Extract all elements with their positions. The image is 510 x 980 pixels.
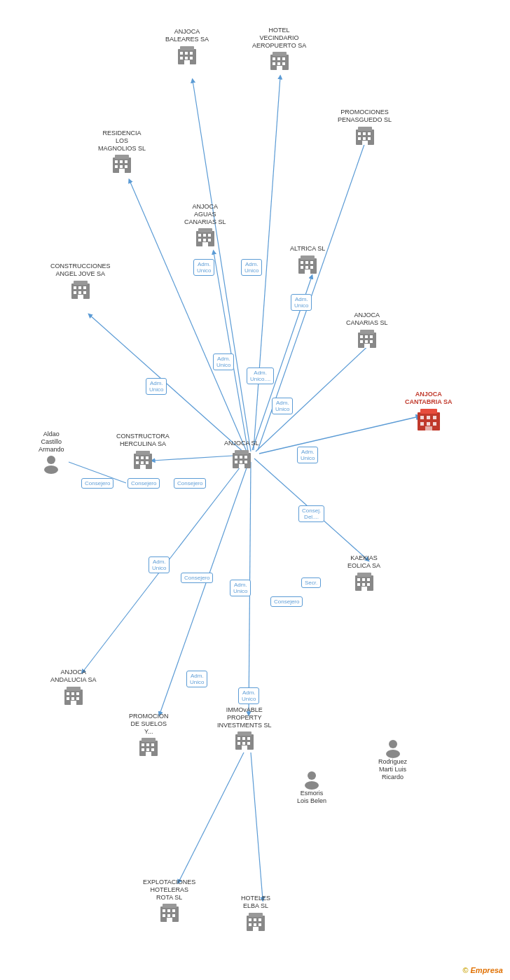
svg-rect-109 xyxy=(136,456,139,459)
esmoris-lois-icon xyxy=(302,770,322,790)
svg-rect-101 xyxy=(427,416,430,419)
adm-unico-badge-8: Adm.Unico xyxy=(297,447,318,463)
svg-rect-103 xyxy=(420,422,424,426)
svg-rect-39 xyxy=(282,57,285,60)
adm-unico-badge-5: Adm.Unico.... xyxy=(247,368,274,384)
svg-rect-168 xyxy=(249,913,263,917)
promocion-suelos-node: PROMOCIONDE SUELOSY... xyxy=(129,713,169,757)
adm-unico-badge-6: Adm.Unico xyxy=(146,378,167,395)
svg-rect-122 xyxy=(367,578,370,581)
svg-rect-119 xyxy=(357,573,371,577)
svg-rect-76 xyxy=(301,266,303,269)
svg-rect-175 xyxy=(253,927,259,931)
aldao-castillo-node: AldaoCastilloArmando xyxy=(39,430,64,474)
svg-rect-18 xyxy=(235,450,249,454)
explotaciones-hoteleras-icon xyxy=(159,902,180,923)
svg-rect-88 xyxy=(78,295,83,299)
svg-rect-161 xyxy=(167,909,170,912)
esmoris-lois-node: EsmorisLois Belen xyxy=(297,770,326,806)
svg-rect-149 xyxy=(247,737,250,740)
svg-rect-146 xyxy=(237,732,251,736)
svg-rect-40 xyxy=(273,62,275,65)
promociones-penasguedo-icon xyxy=(354,125,375,146)
consejero-badge-1: Consejero xyxy=(81,478,113,489)
adm-unico-badge-9: Adm.Unico xyxy=(149,556,170,573)
anjoca-aguas-icon xyxy=(195,227,216,248)
svg-rect-166 xyxy=(167,918,172,922)
svg-point-155 xyxy=(305,781,319,790)
svg-rect-79 xyxy=(305,270,310,274)
svg-rect-38 xyxy=(277,57,280,60)
svg-rect-57 xyxy=(125,160,127,163)
svg-rect-72 xyxy=(301,255,315,260)
svg-rect-41 xyxy=(277,62,280,65)
svg-rect-78 xyxy=(310,266,313,269)
connection-lines xyxy=(0,0,510,980)
hoteles-elba-node: HOTELESELBA SL xyxy=(241,895,270,932)
adm-unico-badge-1: Adm.Unico xyxy=(193,259,214,276)
aldao-castillo-icon xyxy=(41,454,61,474)
svg-rect-172 xyxy=(249,923,251,926)
anjoca-sl-label: ANJOCA SL xyxy=(224,440,259,447)
svg-rect-81 xyxy=(74,281,88,285)
adm-unico-badge-12: Adm.Unico xyxy=(238,687,259,704)
svg-rect-29 xyxy=(185,52,188,55)
anjoca-andalucia-icon xyxy=(63,685,84,706)
anjoca-canarias-label: ANJOCACANARIAS SL xyxy=(346,312,388,327)
svg-line-15 xyxy=(251,752,263,899)
svg-rect-121 xyxy=(362,578,365,581)
svg-point-154 xyxy=(308,771,316,780)
svg-rect-82 xyxy=(74,286,76,289)
svg-rect-48 xyxy=(368,132,371,135)
svg-line-8 xyxy=(259,416,419,454)
svg-rect-105 xyxy=(433,422,436,426)
svg-rect-27 xyxy=(180,46,194,50)
svg-rect-133 xyxy=(71,697,74,700)
svg-rect-125 xyxy=(367,583,370,586)
esmoris-lois-label: EsmorisLois Belen xyxy=(297,790,326,805)
svg-rect-74 xyxy=(305,261,308,264)
hotel-vecindario-icon xyxy=(269,50,290,71)
adm-unico-badge-11: Adm.Unico xyxy=(186,671,207,687)
svg-rect-163 xyxy=(163,914,165,917)
svg-rect-43 xyxy=(277,66,282,70)
svg-rect-66 xyxy=(208,234,211,237)
svg-rect-140 xyxy=(151,743,154,746)
immovable-property-label: IMMOvABLEPROPERTYINVESTMENTS SL xyxy=(217,706,272,729)
promociones-penasguedo-node: PROMOCIONESPENASGUEDO SL xyxy=(338,108,392,146)
residencia-magnolios-label: RESIDENCIALOSMAGNOLIOS SL xyxy=(98,130,146,152)
altrica-node: ALTRICA SL xyxy=(290,245,325,275)
svg-rect-170 xyxy=(254,918,256,921)
svg-rect-77 xyxy=(305,266,308,269)
svg-rect-92 xyxy=(365,335,368,338)
svg-rect-144 xyxy=(146,752,151,756)
svg-rect-84 xyxy=(83,286,86,289)
svg-rect-91 xyxy=(360,335,363,338)
promocion-suelos-label: PROMOCIONDE SUELOSY... xyxy=(129,713,169,735)
svg-rect-59 xyxy=(120,165,123,168)
promocion-suelos-icon xyxy=(138,736,159,757)
altrica-icon xyxy=(297,254,318,275)
constructora-herculina-icon xyxy=(132,449,153,470)
svg-point-117 xyxy=(44,465,58,474)
svg-rect-33 xyxy=(190,57,193,59)
adm-unico-badge-2: Adm.Unico xyxy=(241,259,262,276)
svg-rect-31 xyxy=(180,57,183,59)
svg-rect-93 xyxy=(370,335,373,338)
svg-rect-36 xyxy=(273,52,287,56)
svg-rect-85 xyxy=(74,291,76,294)
consejero-badge-5: Consejero xyxy=(270,596,303,607)
rodriguez-marti-icon xyxy=(383,738,403,758)
svg-rect-23 xyxy=(240,461,242,463)
svg-line-4 xyxy=(214,252,248,451)
svg-rect-120 xyxy=(357,578,360,581)
promociones-penasguedo-label: PROMOCIONESPENASGUEDO SL xyxy=(338,108,392,124)
svg-rect-104 xyxy=(427,422,430,426)
svg-rect-141 xyxy=(142,748,144,751)
construcciones-angel-label: CONSTRUCCIONESANGEL JOVE SA xyxy=(50,262,111,278)
svg-rect-143 xyxy=(151,748,154,751)
watermark: © Empresa xyxy=(462,966,503,974)
svg-rect-134 xyxy=(76,697,79,700)
hotel-vecindario-node: HOTELVECINDARIOAEROPUERTO SA xyxy=(252,27,306,71)
svg-rect-49 xyxy=(358,137,361,140)
